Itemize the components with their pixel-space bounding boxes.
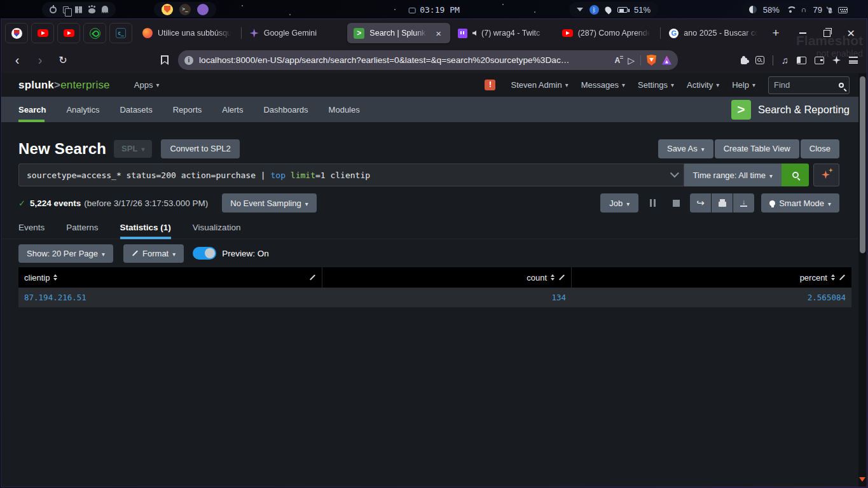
site-info-icon[interactable]: [184, 56, 193, 65]
minimize-button[interactable]: [794, 25, 811, 41]
edit-column-icon[interactable]: [839, 274, 845, 280]
stop-button[interactable]: [666, 193, 685, 213]
sidebar-icon[interactable]: [797, 57, 806, 64]
page-scrollbar[interactable]: [858, 73, 867, 487]
ai-assistant-button[interactable]: [813, 164, 839, 186]
purple-app-tray-icon[interactable]: [197, 4, 209, 15]
splunk-logo[interactable]: splunk>enterprise: [18, 79, 110, 92]
clock[interactable]: 03:19 PM: [408, 5, 460, 15]
cell-percent[interactable]: 2.565084: [572, 288, 851, 307]
settings-menu[interactable]: Settings: [631, 73, 680, 97]
nav-datasets[interactable]: Datasets: [109, 97, 162, 122]
pinned-tab-youtube-2[interactable]: [57, 23, 80, 43]
nav-modules[interactable]: Modules: [319, 97, 370, 122]
nav-analytics[interactable]: Analytics: [56, 97, 109, 122]
leo-ai-icon[interactable]: [832, 56, 841, 64]
translate-icon[interactable]: [615, 56, 623, 65]
tab-google-search[interactable]: ano 2025 - Buscar co: [663, 23, 766, 43]
cell-count[interactable]: 134: [322, 288, 572, 307]
status-pill-battery[interactable]: ᛒ 51%: [569, 2, 658, 17]
search-icon[interactable]: [839, 83, 844, 88]
edit-column-icon[interactable]: [559, 274, 565, 280]
pinned-tab-terminal[interactable]: [109, 23, 132, 43]
flame-icon[interactable]: [603, 5, 612, 14]
format-button[interactable]: Format: [123, 244, 184, 263]
tab-visualization[interactable]: Visualization: [193, 216, 241, 239]
new-tab-button[interactable]: [766, 24, 785, 43]
url-bar[interactable]: localhost:8000/en-US/app/search/search?e…: [178, 50, 678, 70]
edit-column-icon[interactable]: [310, 274, 315, 280]
nav-alerts[interactable]: Alerts: [212, 97, 253, 122]
extensions-icon[interactable]: [741, 58, 747, 64]
column-header-count[interactable]: count: [322, 267, 572, 288]
bluetooth-icon[interactable]: ᛒ: [589, 5, 599, 15]
nav-dashboards[interactable]: Dashboards: [253, 97, 318, 122]
pinned-tab-crest[interactable]: [5, 23, 28, 43]
close-window-button[interactable]: [843, 25, 859, 41]
export-button[interactable]: [733, 193, 754, 213]
nav-search[interactable]: Search: [18, 97, 56, 122]
tab-google-gemini[interactable]: Google Gemini: [244, 23, 347, 43]
job-menu-button[interactable]: Job: [600, 193, 638, 213]
terminal-tray-icon[interactable]: >_: [179, 4, 191, 15]
create-table-view-button[interactable]: Create Table View: [715, 139, 799, 158]
column-header-clientip[interactable]: clientip: [18, 267, 322, 288]
alert-badge[interactable]: !: [485, 80, 495, 90]
brave-shield-icon[interactable]: [647, 55, 656, 66]
save-as-button[interactable]: Save As: [658, 139, 713, 158]
scrollbar-thumb[interactable]: [860, 76, 865, 253]
search-query-input[interactable]: sourcetype=access_* status=200 action=pu…: [18, 164, 684, 186]
search-mode-button[interactable]: Smart Mode: [761, 193, 839, 213]
pinned-tab-youtube-1[interactable]: [31, 23, 54, 43]
pinned-tab-whatsapp[interactable]: [83, 23, 106, 43]
nav-reports[interactable]: Reports: [163, 97, 212, 122]
tab-splunk-docs[interactable]: Utilice una subbúsqu: [136, 23, 239, 43]
activity-menu[interactable]: Activity: [680, 73, 726, 97]
ghost-icon[interactable]: [102, 6, 108, 13]
pause-button[interactable]: [643, 193, 662, 213]
help-menu[interactable]: Help: [726, 73, 762, 97]
convert-to-spl2-button[interactable]: Convert to SPL2: [161, 139, 239, 158]
url-text[interactable]: localhost:8000/en-US/app/search/search?e…: [199, 55, 609, 65]
brave-tray-icon[interactable]: [162, 4, 173, 15]
wifi-icon[interactable]: [786, 6, 795, 13]
share-button[interactable]: [690, 193, 711, 213]
search-in-page-icon[interactable]: [755, 56, 764, 64]
system-tray-apps[interactable]: >_: [154, 2, 216, 17]
clipboard-icon[interactable]: [63, 6, 69, 13]
apps-menu[interactable]: Apps: [128, 73, 166, 97]
back-button[interactable]: ‹: [8, 52, 27, 69]
tab-patterns[interactable]: Patterns: [66, 216, 98, 239]
event-sampling-button[interactable]: No Event Sampling: [222, 193, 316, 213]
scrollbar-down-arrow[interactable]: [859, 477, 865, 485]
column-header-percent[interactable]: percent: [572, 267, 851, 288]
tab-splunk-search-active[interactable]: Search | Splunk: [347, 23, 450, 43]
reload-button[interactable]: [53, 52, 72, 69]
status-pill-quick-settings[interactable]: 58% ∩ 79: [741, 2, 855, 17]
find-input[interactable]: [774, 80, 839, 90]
wallet-icon[interactable]: [815, 57, 824, 64]
paw-icon[interactable]: [88, 8, 95, 13]
send-to-device-icon[interactable]: [628, 55, 635, 66]
app-identity[interactable]: Search & Reporting: [731, 100, 850, 120]
media-icon[interactable]: [782, 55, 789, 66]
workspaces-icon[interactable]: [75, 6, 82, 13]
cell-clientip[interactable]: 87.194.216.51: [18, 288, 322, 307]
print-button[interactable]: [712, 193, 733, 213]
preview-toggle[interactable]: [193, 247, 216, 260]
tab-events[interactable]: Events: [18, 216, 45, 239]
system-tray-left[interactable]: [42, 2, 116, 17]
find-box[interactable]: [768, 76, 850, 94]
mic-muted-icon[interactable]: [829, 8, 832, 13]
restore-button[interactable]: [818, 25, 835, 41]
per-page-button[interactable]: Show: 20 Per Page: [18, 244, 113, 263]
close-button[interactable]: Close: [801, 139, 839, 158]
sort-icon[interactable]: [53, 272, 57, 282]
run-search-button[interactable]: [782, 164, 809, 186]
user-menu[interactable]: Steven Admin: [504, 73, 574, 97]
sort-icon[interactable]: [831, 272, 835, 282]
expand-query-chevron-icon[interactable]: [670, 169, 679, 178]
speaker-icon[interactable]: [472, 31, 476, 36]
spl-mode-button[interactable]: SPL: [114, 140, 152, 158]
keyboard-icon[interactable]: [838, 7, 848, 13]
